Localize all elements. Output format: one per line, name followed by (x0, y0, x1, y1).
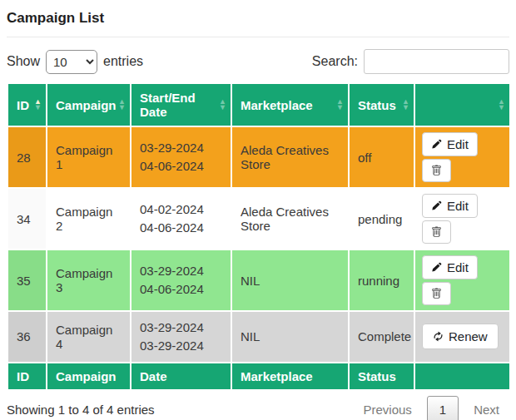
sort-desc-icon: ▼ (336, 105, 344, 111)
sort-icons: ▲▼ (498, 99, 505, 111)
column-header-label: Marketplace (241, 98, 313, 112)
table-row: 34 Campaign 2 04-02-202404-06-2024 Aleda… (7, 188, 510, 250)
table-bottom-bar: Showing 1 to 4 of 4 entries Previous 1 N… (7, 396, 509, 420)
cell-status: Complete (349, 311, 414, 363)
page-title: Campaign List (7, 10, 509, 27)
table-header: ID ▲▼ Campaign ▲▼ Start/End Date ▲▼ Mark… (7, 83, 510, 126)
sort-icons: ▲▼ (118, 99, 126, 111)
cell-id: 36 (7, 311, 47, 363)
cell-marketplace: NIL (231, 250, 349, 311)
cell-actions: Edit (414, 188, 510, 250)
edit-button-label: Edit (447, 260, 469, 274)
cell-campaign: Campaign 2 (47, 188, 131, 250)
cell-actions: Edit (414, 126, 510, 188)
date-value: 04-06-2024 (140, 219, 222, 237)
cell-id: 35 (7, 250, 47, 311)
cell-dates: 03-29-202404-06-2024 (131, 126, 231, 188)
trash-icon (431, 288, 442, 299)
delete-button[interactable] (422, 220, 451, 244)
page-length-select[interactable]: 10 (46, 50, 97, 74)
sort-desc-icon: ▼ (34, 105, 42, 111)
date-value: 04-02-2024 (140, 200, 222, 219)
pencil-icon (431, 200, 442, 211)
column-header-status[interactable]: Status ▲▼ (349, 83, 414, 126)
footer-column-campaign: Campaign (47, 363, 131, 390)
table-body: 28 Campaign 1 03-29-202404-06-2024 Aleda… (7, 126, 510, 363)
trash-icon (431, 165, 442, 176)
column-header-label: Start/End Date (140, 91, 196, 119)
cell-status: running (349, 250, 414, 311)
date-value: 04-06-2024 (140, 280, 222, 299)
table-row: 28 Campaign 1 03-29-202404-06-2024 Aleda… (7, 126, 510, 188)
cell-campaign: Campaign 4 (47, 311, 131, 363)
sort-desc-icon: ▼ (219, 105, 226, 111)
column-header-label: Campaign (56, 98, 117, 112)
cell-dates: 04-02-202404-06-2024 (131, 188, 231, 250)
renew-button-label: Renew (449, 329, 488, 343)
sort-icons: ▲▼ (219, 99, 226, 111)
column-header-campaign[interactable]: Campaign ▲▼ (47, 83, 131, 126)
date-value: 03-29-2024 (140, 262, 222, 280)
cell-dates: 03-29-202404-06-2024 (131, 250, 231, 311)
sort-desc-icon: ▼ (498, 105, 505, 111)
column-header-label: Status (358, 98, 396, 112)
cell-campaign: Campaign 1 (47, 126, 131, 188)
page-length-control: Show 10 entries (7, 50, 143, 74)
edit-button-label: Edit (447, 199, 469, 213)
cell-id: 34 (7, 188, 47, 250)
column-header-marketplace[interactable]: Marketplace ▲▼ (231, 83, 349, 126)
column-header-actions[interactable]: ▲▼ (414, 83, 510, 126)
search-control: Search: (312, 49, 509, 74)
cell-status: off (349, 126, 414, 188)
date-value: 03-29-2024 (140, 337, 222, 355)
entries-label: entries (103, 54, 143, 69)
show-label: Show (7, 54, 40, 69)
footer-column-status: Status (349, 363, 414, 390)
sort-desc-icon: ▼ (118, 105, 126, 111)
sort-icons: ▲▼ (336, 99, 344, 111)
title-divider (7, 37, 509, 37)
search-input[interactable] (364, 49, 509, 74)
entries-info: Showing 1 to 4 of 4 entries (7, 403, 155, 417)
cell-campaign: Campaign 3 (47, 250, 131, 311)
delete-button[interactable] (422, 282, 451, 305)
column-header-label: ID (17, 98, 29, 112)
cell-marketplace: Aleda Creatives Store (231, 126, 349, 188)
edit-button-label: Edit (447, 137, 469, 151)
table-row: 35 Campaign 3 03-29-202404-06-2024 NIL r… (7, 250, 510, 311)
trash-icon (431, 226, 442, 238)
pencil-icon (431, 139, 442, 150)
date-value: 03-29-2024 (140, 139, 222, 157)
cell-dates: 03-29-202403-29-2024 (131, 311, 231, 363)
cell-marketplace: Aleda Creatives Store (231, 188, 349, 250)
cell-marketplace: NIL (231, 311, 349, 363)
table-controls: Show 10 entries Search: (7, 49, 509, 74)
pencil-icon (431, 262, 442, 273)
page-number-button[interactable]: 1 (427, 396, 459, 420)
column-header-dates[interactable]: Start/End Date ▲▼ (131, 83, 231, 126)
table-footer: ID Campaign Date Marketplace Status (7, 363, 510, 390)
cell-actions: Renew (414, 311, 510, 363)
campaign-list-page: Campaign List Show 10 entries Search: ID… (0, 0, 516, 420)
cell-actions: Edit (414, 250, 510, 311)
previous-page-button[interactable]: Previous (353, 397, 421, 420)
edit-button[interactable]: Edit (422, 255, 478, 279)
footer-column-marketplace: Marketplace (231, 363, 349, 390)
search-label: Search: (312, 54, 358, 69)
footer-column-date: Date (131, 363, 231, 390)
campaign-table: ID ▲▼ Campaign ▲▼ Start/End Date ▲▼ Mark… (7, 82, 511, 391)
column-header-id[interactable]: ID ▲▼ (7, 83, 47, 126)
edit-button[interactable]: Edit (422, 194, 478, 218)
cell-id: 28 (7, 126, 47, 188)
renew-button[interactable]: Renew (422, 324, 499, 349)
cell-status: pending (349, 188, 414, 250)
footer-column-id: ID (7, 363, 47, 390)
sort-icons: ▲▼ (402, 99, 409, 111)
edit-button[interactable]: Edit (422, 132, 478, 156)
refresh-icon (433, 331, 444, 342)
sort-desc-icon: ▼ (402, 105, 409, 111)
next-page-button[interactable]: Next (464, 397, 509, 420)
delete-button[interactable] (422, 159, 451, 182)
date-value: 03-29-2024 (140, 319, 222, 337)
sort-icons: ▲▼ (34, 99, 42, 111)
